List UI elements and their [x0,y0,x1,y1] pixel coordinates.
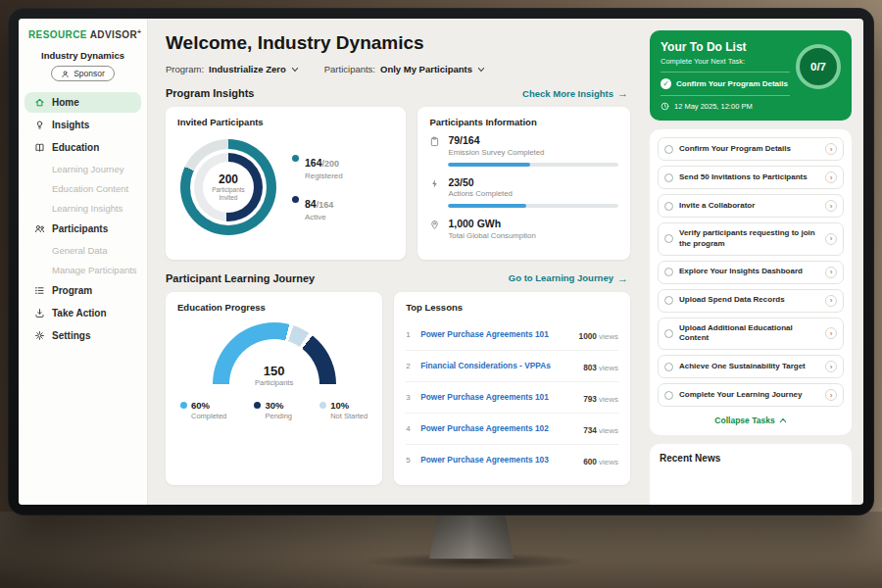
top-lessons-card: Top Lessons 1 Power Purchase Agreements … [394,292,630,485]
legend-dot-lightblue [180,402,187,409]
task-item[interactable]: Invite a Collaborator › [658,194,844,218]
clock-icon [661,102,669,111]
sidebar-item-learning-journey[interactable]: Learning Journey [19,159,147,178]
invited-participants-card: Invited Participants 200 Participants In… [166,107,406,260]
go-to-learning-journey-link[interactable]: Go to Learning Journey → [509,272,628,284]
chevron-right-icon[interactable]: › [825,361,837,372]
task-checkbox[interactable] [664,268,673,276]
legend-value: 164 [305,157,322,169]
collapse-tasks-link[interactable]: Collapse Tasks [658,412,844,427]
task-checkbox[interactable] [664,145,673,154]
arrow-right-icon: → [617,87,628,99]
tasks-list: Confirm Your Program Details › Send 50 I… [650,129,852,435]
person-icon [61,70,70,78]
task-item[interactable]: Upload Spend Data Records › [658,289,844,313]
chevron-right-icon[interactable]: › [825,172,837,183]
task-item[interactable]: Achieve One Sustainability Target › [658,355,844,378]
sidebar-item-education-content[interactable]: Education Content [19,178,147,198]
task-checkbox[interactable] [664,363,673,371]
stat-label: Actions Completed [448,189,618,198]
next-task-chip[interactable]: ✓ Confirm Your Program Details [661,72,790,89]
task-checkbox[interactable] [664,329,673,338]
task-checkbox[interactable] [664,234,673,243]
arrow-right-icon: → [617,272,628,284]
chevron-right-icon[interactable]: › [825,143,837,155]
invited-participants-donut-chart: 200 Participants Invited [180,139,276,235]
lesson-row: 2 Financial Considerations - VPPAs 803vi… [406,351,618,382]
lesson-rank: 2 [406,362,414,370]
chevron-right-icon[interactable]: › [825,389,837,401]
sidebar-item-education[interactable]: Education [24,137,141,158]
chevron-right-icon[interactable]: › [825,295,837,307]
donut-center: 200 Participants Invited [180,139,276,235]
filter-bar: Program: Industrialize Zero Participants… [166,64,630,74]
sponsor-badge[interactable]: Sponsor [51,66,115,81]
next-task-label: Confirm Your Program Details [676,79,788,88]
task-checkbox[interactable] [664,391,673,400]
participants-filter-dropdown[interactable]: Participants: Only My Participants [324,64,485,74]
lightbulb-icon [34,120,45,130]
participants-filter-label: Participants: [324,64,375,74]
check-more-insights-link[interactable]: Check More Insights → [522,87,628,99]
task-item[interactable]: Explore Your Insights Dashboard › [658,261,844,284]
todo-panel: Your To Do List Complete Your Next Task:… [644,19,863,505]
sidebar-item-take-action[interactable]: Take Action [24,303,141,323]
sidebar-item-label: Program [52,285,92,296]
chevron-right-icon[interactable]: › [825,327,837,339]
sidebar-item-learning-insights[interactable]: Learning Insights [19,198,147,218]
lesson-rank: 5 [406,456,414,465]
progress-bar [448,204,618,208]
legend-item-active: 84/164 Active [292,194,343,221]
sidebar-item-manage-participants[interactable]: Manage Participants [19,260,147,279]
clipboard-icon [429,134,440,167]
sidebar-item-label: Insights [52,120,89,130]
chevron-right-icon[interactable]: › [825,200,837,212]
task-item[interactable]: Verify participants requesting to join t… [658,222,844,256]
stat-global-consumption: 1,000 GWh Total Global Consumption [429,218,618,240]
lesson-row: 4 Power Purchase Agreements 102 734views [406,414,618,445]
task-checkbox[interactable] [664,296,673,305]
insights-cards-row: Invited Participants 200 Participants In… [166,107,630,260]
program-insights-header: Program Insights Check More Insights → [166,87,628,99]
sidebar-item-home[interactable]: Home [24,92,141,113]
sidebar-item-settings[interactable]: Settings [24,325,141,346]
gear-icon [34,330,45,341]
sidebar-item-general-data[interactable]: General Data [19,240,147,260]
chevron-right-icon[interactable]: › [825,233,837,245]
lesson-link[interactable]: Power Purchase Agreements 102 [420,423,576,433]
lesson-row: 1 Power Purchase Agreements 101 1000view… [406,319,618,351]
task-checkbox[interactable] [664,173,673,182]
lesson-link[interactable]: Power Purchase Agreements 101 [420,329,571,339]
legend-total: /200 [322,159,340,169]
task-item[interactable]: Complete Your Learning Journey › [658,383,844,407]
task-checkbox[interactable] [664,202,673,211]
sidebar-item-program[interactable]: Program [24,280,141,301]
chevron-right-icon[interactable]: › [825,267,837,278]
lesson-link[interactable]: Financial Considerations - VPPAs [420,361,576,370]
lesson-link[interactable]: Power Purchase Agreements 101 [420,392,576,402]
program-filter-dropdown[interactable]: Program: Industrialize Zero [166,64,299,74]
lesson-views: 803 [583,363,597,372]
task-label: Invite a Collaborator [679,201,819,212]
brand-plus: + [137,28,142,35]
legend-total: /164 [317,200,334,210]
legend-value: 10% [330,400,368,411]
task-item[interactable]: Confirm Your Program Details › [658,137,844,161]
task-label: Achieve One Sustainability Target [679,362,819,372]
lesson-link[interactable]: Power Purchase Agreements 103 [420,455,576,465]
program-filter-value: Industrialize Zero [209,64,286,74]
sidebar-item-participants[interactable]: Participants [24,219,141,239]
gauge-legend: 60% Completed 30% Pending [177,400,370,420]
donut-center-value: 200 [219,172,238,186]
main-content: Welcome, Industry Dynamics Program: Indu… [148,19,644,505]
task-item[interactable]: Send 50 Invitations to Participants › [658,166,844,189]
location-pin-icon [429,218,440,240]
due-date-row: 12 May 2025, 12:00 PM [661,95,790,111]
lesson-rank: 4 [406,424,414,433]
page-title: Welcome, Industry Dynamics [166,32,630,54]
task-item[interactable]: Upload Additional Educational Content › [658,318,844,351]
recent-news-card: Recent News [650,444,852,505]
legend-item-pending: 30% Pending [254,400,292,420]
sidebar-item-insights[interactable]: Insights [24,115,141,135]
brand-secondary: ADVISOR [90,29,137,40]
